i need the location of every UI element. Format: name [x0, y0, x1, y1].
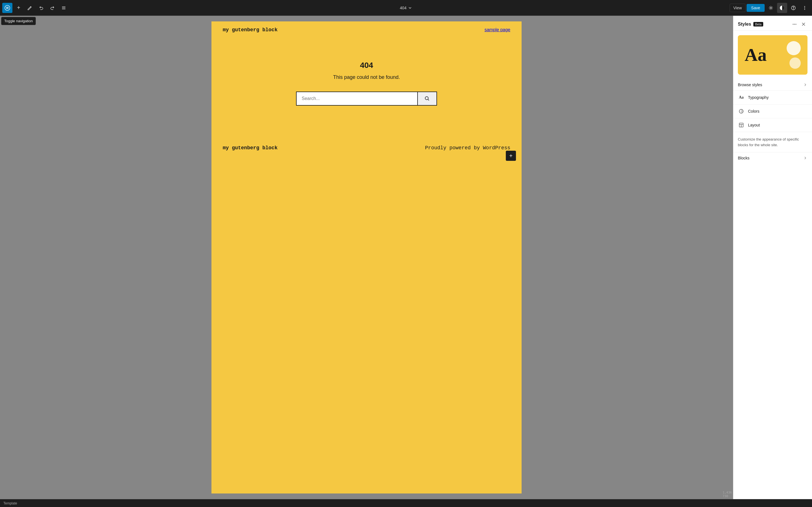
preview-aa-text: Aa — [745, 45, 767, 65]
half-circle-icon — [779, 5, 784, 10]
site-footer: my gutenberg block Proudly powered by Wo… — [211, 139, 522, 156]
template-label: Template — [3, 501, 17, 505]
error-code: 404 — [360, 61, 373, 70]
svg-point-11 — [804, 9, 805, 10]
panel-title-row: Styles Beta — [738, 22, 763, 27]
redo-icon — [50, 5, 55, 10]
svg-point-5 — [770, 7, 772, 8]
gear-icon — [768, 5, 773, 10]
help-icon — [791, 5, 796, 10]
canvas-wrapper[interactable]: my gutenberg block sample page 404 This … — [0, 16, 733, 499]
main-area: my gutenberg block sample page 404 This … — [0, 16, 812, 499]
close-icon — [801, 22, 806, 26]
toolbar-left: W + — [2, 3, 69, 13]
toggle-nav-tooltip: Toggle navigation — [1, 17, 36, 25]
page-title-text: 404 — [400, 6, 406, 10]
ellipsis-vertical-icon — [802, 5, 807, 10]
ellipsis-horizontal-icon — [792, 22, 797, 26]
layout-icon — [738, 122, 745, 128]
typography-icon: Aa — [738, 94, 745, 101]
panel-close-button[interactable] — [800, 20, 808, 28]
browse-styles-label: Browse styles — [738, 82, 762, 87]
styles-panel: Styles Beta Aa — [733, 16, 812, 499]
wp-logo-button[interactable]: W — [2, 3, 12, 13]
settings-button[interactable] — [766, 3, 776, 13]
view-button[interactable]: View — [730, 4, 746, 12]
svg-point-14 — [794, 24, 795, 25]
panel-more-button[interactable] — [791, 20, 799, 28]
search-button[interactable] — [417, 92, 437, 106]
edit-icon — [28, 5, 33, 10]
typography-label: Typography — [748, 95, 808, 100]
style-preview[interactable]: Aa — [738, 35, 808, 75]
svg-point-9 — [804, 6, 805, 7]
undo-icon — [39, 5, 44, 10]
styles-toggle-button[interactable] — [777, 3, 787, 13]
toolbar-right: View Save — [730, 3, 810, 13]
site-title-footer: my gutenberg block — [223, 145, 277, 151]
colors-icon — [738, 108, 745, 115]
site-nav: sample page — [485, 27, 510, 33]
list-view-button[interactable] — [59, 3, 69, 13]
colors-label: Colors — [748, 109, 808, 114]
site-title-header: my gutenberg block — [223, 27, 277, 33]
edit-button[interactable] — [25, 3, 35, 13]
browse-styles-row[interactable]: Browse styles — [733, 79, 812, 91]
toolbar-center: 404 — [396, 4, 415, 12]
undo-button[interactable] — [36, 3, 46, 13]
powered-by: Proudly powered by WordPress — [425, 145, 510, 151]
blocks-row[interactable]: Blocks — [733, 152, 812, 164]
svg-point-10 — [804, 7, 805, 8]
blocks-label: Blocks — [738, 156, 749, 160]
preview-circles — [786, 41, 801, 69]
search-form — [296, 92, 437, 106]
search-input[interactable] — [296, 92, 417, 106]
chevron-right-icon — [803, 82, 808, 87]
error-message: This page could not be found. — [333, 74, 400, 80]
panel-header-actions — [791, 20, 808, 28]
svg-point-13 — [793, 24, 794, 25]
add-block-button[interactable]: + — [13, 3, 24, 13]
colors-row[interactable]: Colors — [733, 105, 812, 118]
bottom-bar: Template — [0, 499, 812, 507]
more-options-button[interactable] — [800, 3, 810, 13]
canvas: my gutenberg block sample page 404 This … — [211, 21, 522, 494]
nav-link[interactable]: sample page — [485, 27, 510, 32]
panel-header: Styles Beta — [733, 16, 812, 31]
svg-text:W: W — [6, 6, 9, 10]
add-block-canvas-button[interactable]: + — [506, 151, 516, 161]
help-button[interactable] — [788, 3, 799, 13]
coordinates-display: 1,436 730 — [723, 491, 732, 498]
redo-button[interactable] — [47, 3, 57, 13]
typography-row[interactable]: Aa Typography — [733, 91, 812, 105]
wp-logo-icon: W — [4, 5, 10, 11]
toolbar: W + — [0, 0, 812, 16]
layout-label: Layout — [748, 123, 808, 127]
plus-icon-canvas: + — [509, 153, 513, 159]
blocks-chevron-icon — [803, 156, 808, 160]
plus-icon: + — [17, 4, 20, 11]
search-icon — [424, 96, 430, 101]
chevron-down-icon — [408, 6, 412, 10]
svg-point-15 — [796, 24, 797, 25]
save-button[interactable]: Save — [747, 4, 765, 12]
svg-point-12 — [425, 97, 428, 100]
page-content: 404 This page could not be found. — [211, 38, 522, 128]
panel-title: Styles — [738, 22, 751, 27]
page-title-button[interactable]: 404 — [396, 4, 415, 12]
layout-row[interactable]: Layout — [733, 118, 812, 132]
preview-circle-large — [786, 41, 801, 55]
list-view-icon — [61, 5, 66, 10]
preview-circle-small — [790, 57, 801, 69]
site-header: my gutenberg block sample page — [211, 21, 522, 38]
customize-text: Customize the appearance of specific blo… — [733, 132, 812, 152]
beta-badge: Beta — [753, 22, 763, 26]
